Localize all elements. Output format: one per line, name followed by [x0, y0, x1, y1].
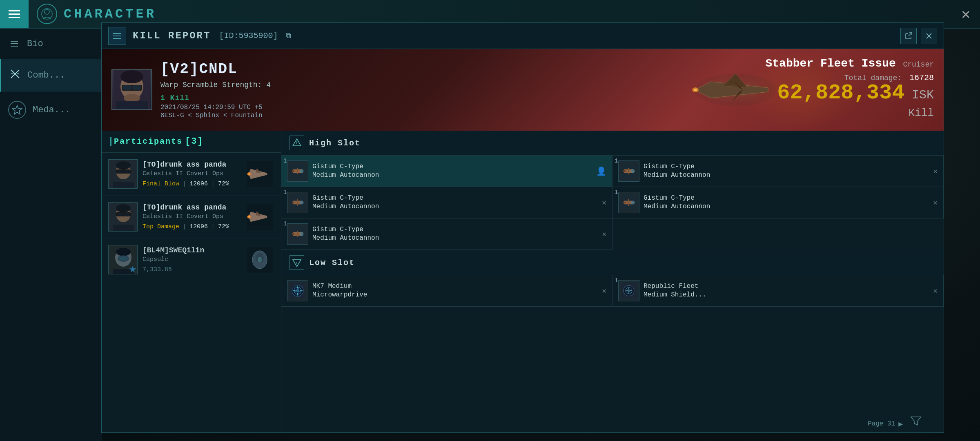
participant-name-2: [TO]drunk ass panda: [143, 203, 240, 212]
participant-stats-1: Final Blow | 12096 | 72%: [143, 180, 240, 187]
isk-label: ISK: [912, 88, 934, 102]
high-slot-item-5[interactable]: 1 Gistum C-TypeMedium Autocannon: [281, 218, 612, 250]
app-close-button[interactable]: ✕: [951, 0, 980, 29]
external-link-button[interactable]: [900, 28, 917, 44]
high-slot-item-4[interactable]: 1 Gistum C-TypeMedium Autocannon: [612, 187, 944, 218]
svg-rect-82: [297, 231, 298, 237]
stat-pct-1: 72%: [218, 180, 229, 187]
kill-stats: Stabber Fleet Issue Cruiser Total damage…: [766, 57, 934, 119]
svg-rect-30: [117, 170, 123, 173]
participant-ship-1: Celestis II Covert Ops: [143, 170, 240, 177]
modal-close-button[interactable]: [921, 28, 937, 44]
participants-panel-title: Participants [3]: [102, 131, 281, 153]
pilot-avatar: [111, 69, 152, 110]
high-slot-item-2[interactable]: 1 Gistum C-TypeMedium Autocannon: [612, 156, 944, 187]
total-damage-value: 16728: [909, 73, 934, 82]
ship-icon-2: [245, 202, 274, 232]
close-icon-5[interactable]: ✕: [602, 229, 606, 238]
svg-point-88: [296, 289, 299, 292]
close-icon-shield[interactable]: ✕: [933, 286, 938, 295]
svg-line-10: [909, 33, 912, 36]
slot-item-info-5: Gistum C-TypeMedium Autocannon: [312, 225, 598, 243]
participant-ship-2: Celestis II Covert Ops: [143, 213, 240, 220]
svg-rect-67: [628, 168, 629, 174]
title-bar-accent: [110, 137, 111, 146]
participant-stats-3: 7,333.85: [143, 266, 240, 273]
high-slot-section: High Slot 1: [281, 131, 944, 250]
low-slot-item-2[interactable]: 1: [612, 275, 944, 307]
high-slot-grid: 1 Gistum C-TypeMedium Autocannon: [281, 156, 944, 250]
high-slot-item-1[interactable]: 1 Gistum C-TypeMedium Autocannon: [281, 156, 612, 187]
modal-actions: [900, 28, 937, 44]
item-qty-2: 1: [615, 158, 618, 164]
svg-point-15: [120, 70, 143, 83]
close-icon-2[interactable]: ✕: [933, 167, 938, 176]
item-qty-4: 1: [615, 189, 618, 196]
shield-icon: [618, 280, 639, 301]
stat-label-1: Final Blow: [143, 180, 179, 187]
participant-name-1: [TO]drunk ass panda: [143, 160, 240, 169]
kill-type-label: Kill: [766, 107, 934, 119]
close-icon-4[interactable]: ✕: [933, 198, 938, 207]
svg-point-48: [116, 248, 131, 256]
sidebar-item-bio[interactable]: Bio: [0, 29, 102, 59]
participant-info-3: [BL4M]SWEQilin Capsule 7,333.85: [143, 246, 240, 273]
participants-list: [TO]drunk ass panda Celestis II Covert O…: [102, 153, 281, 432]
svg-marker-9: [12, 105, 22, 114]
participant-info-1: [TO]drunk ass panda Celestis II Covert O…: [143, 160, 240, 187]
svg-rect-77: [628, 199, 629, 206]
sidebar-medals-label: Meda...: [33, 105, 70, 115]
svg-rect-70: [292, 202, 294, 203]
slot-item-info-mwd: MK7 MediumMicrowarpdrive: [312, 282, 598, 299]
item-qty-1: 1: [283, 158, 287, 164]
mwd-icon: [287, 280, 308, 301]
participant-item-2: [TO]drunk ass panda Celestis II Covert O…: [102, 196, 281, 238]
svg-rect-40: [117, 213, 123, 216]
chevron-right-icon[interactable]: ▶: [898, 419, 903, 428]
participants-count: [3]: [185, 136, 204, 147]
close-icon-mwd[interactable]: ✕: [602, 286, 606, 295]
modal-menu-button[interactable]: [108, 27, 126, 45]
isk-block: 62,828,334 ISK: [766, 82, 934, 104]
high-slot-item-3[interactable]: 1 Gistum C-TypeMedium Autocannon: [281, 187, 612, 218]
ship-icon-1: [245, 159, 274, 189]
slot-item-name-mwd: MK7 MediumMicrowarpdrive: [312, 282, 598, 299]
svg-point-28: [116, 161, 131, 169]
high-slot-icon: [290, 136, 304, 150]
filter-button[interactable]: [909, 414, 923, 428]
close-icon-3[interactable]: ✕: [602, 198, 606, 207]
app-title: CHARACTER: [64, 7, 156, 22]
page-area: Page 31 ▶: [281, 307, 944, 432]
hamburger-button[interactable]: [0, 0, 29, 28]
swords-icon: [9, 68, 21, 82]
slot-item-name-2: Gistum C-TypeMedium Autocannon: [644, 163, 929, 180]
person-icon-1: 👤: [596, 166, 606, 176]
svg-rect-20: [116, 101, 148, 110]
participant-avatar-1: [108, 159, 138, 189]
isk-value: 62,828,334: [777, 81, 904, 105]
svg-rect-42: [113, 225, 134, 232]
sidebar-item-medals[interactable]: Meda...: [0, 92, 102, 128]
participant-stats-2: Top Damage | 12096 | 72%: [143, 223, 240, 230]
slot-item-info-shield: Republic FleetMedium Shield...: [644, 282, 929, 299]
participants-panel: Participants [3]: [102, 131, 281, 432]
svg-point-19: [124, 94, 140, 102]
participant-name-3: [BL4M]SWEQilin: [143, 246, 240, 254]
kill-hero-banner: [V2]CNDL Warp Scramble Strength: 4 1 Kil…: [102, 49, 944, 131]
slot-item-info-4: Gistum C-TypeMedium Autocannon: [644, 194, 929, 211]
svg-point-76: [631, 201, 635, 204]
ship-class-name: Stabber Fleet Issue: [766, 57, 896, 70]
sidebar-bio-label: Bio: [27, 39, 43, 49]
svg-rect-72: [297, 199, 298, 206]
low-slot-section: Low Slot: [281, 250, 944, 307]
participant-info-2: [TO]drunk ass panda Celestis II Covert O…: [143, 203, 240, 230]
svg-point-71: [300, 201, 303, 204]
participants-label: Participants: [114, 137, 183, 146]
low-slot-item-1[interactable]: MK7 MediumMicrowarpdrive ✕: [281, 275, 612, 307]
svg-point-38: [116, 204, 131, 212]
svg-rect-80: [292, 233, 294, 235]
copy-icon[interactable]: ⧉: [286, 32, 291, 40]
sidebar-item-combat[interactable]: Comb...: [0, 59, 102, 92]
slot-item-name-5: Gistum C-TypeMedium Autocannon: [312, 225, 598, 243]
item-qty-shield: 1: [615, 277, 618, 284]
